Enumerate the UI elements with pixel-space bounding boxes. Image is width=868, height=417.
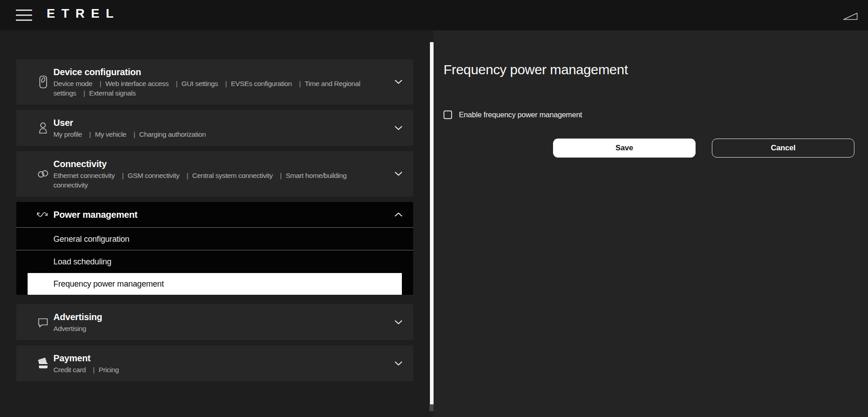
- save-button[interactable]: Save: [553, 139, 696, 158]
- section-title: User: [53, 117, 379, 129]
- section-device-configuration[interactable]: Device configuration Device mode Web int…: [16, 59, 413, 105]
- section-title: Advertising: [53, 311, 379, 323]
- signal-strength-icon: [843, 12, 858, 20]
- chevron-down-icon[interactable]: [395, 126, 402, 130]
- section-title: Power management: [53, 209, 379, 220]
- section-subpages: Ethernet connectivity GSM connectivity C…: [53, 171, 379, 190]
- enable-checkbox-row: Enable frequency power management: [444, 110, 582, 119]
- chevron-down-icon[interactable]: [395, 361, 402, 366]
- cancel-button[interactable]: Cancel: [712, 139, 854, 158]
- menu-item-frequency-power-management-selected[interactable]: Frequency power management: [28, 273, 402, 295]
- section-title: Payment: [53, 352, 379, 364]
- user-icon: [34, 121, 52, 135]
- credit-card-icon: [34, 356, 52, 371]
- app-screen: ETREL Device configuration Device mode W…: [0, 0, 868, 417]
- chevron-up-icon[interactable]: [395, 212, 402, 217]
- chevron-down-icon[interactable]: [395, 80, 402, 84]
- section-subpages: Advertising: [53, 324, 379, 333]
- section-subpages: Device mode Web interface access GUI set…: [53, 79, 379, 98]
- link-icon: [34, 167, 52, 181]
- device-icon: [34, 75, 52, 89]
- hamburger-menu-icon[interactable]: [16, 10, 32, 21]
- page-title: Frequency power management: [444, 62, 628, 77]
- section-power-management: Power management General configuration L…: [16, 202, 413, 295]
- enable-frequency-checkbox-label[interactable]: Enable frequency power management: [459, 110, 582, 119]
- section-user[interactable]: User My profile My vehicle Charging auth…: [16, 110, 413, 146]
- menu-item-load-scheduling[interactable]: Load scheduling: [16, 250, 413, 273]
- scrollbar-track[interactable]: [430, 42, 434, 411]
- section-title: Connectivity: [53, 158, 379, 170]
- enable-frequency-checkbox[interactable]: [444, 110, 452, 119]
- section-payment[interactable]: Payment Credit card Pricing: [16, 345, 413, 381]
- section-title: Device configuration: [53, 66, 379, 78]
- content-panel: Frequency power management Enable freque…: [434, 30, 868, 417]
- section-advertising[interactable]: Advertising Advertising: [16, 304, 413, 340]
- menu-item-general-configuration[interactable]: General configuration: [16, 227, 413, 250]
- top-bar: ETREL: [0, 0, 868, 30]
- power-wave-icon: [34, 209, 52, 220]
- chevron-down-icon[interactable]: [395, 172, 402, 176]
- chevron-down-icon[interactable]: [395, 320, 402, 325]
- section-connectivity[interactable]: Connectivity Ethernet connectivity GSM c…: [16, 151, 413, 197]
- section-subpages: My profile My vehicle Charging authoriza…: [53, 129, 379, 139]
- etrel-logo: ETREL: [47, 6, 120, 21]
- settings-sidebar: Device configuration Device mode Web int…: [16, 59, 413, 387]
- section-power-management-header[interactable]: Power management: [16, 202, 413, 227]
- section-subpages: Credit card Pricing: [53, 365, 379, 374]
- speech-bubble-icon: [34, 315, 52, 330]
